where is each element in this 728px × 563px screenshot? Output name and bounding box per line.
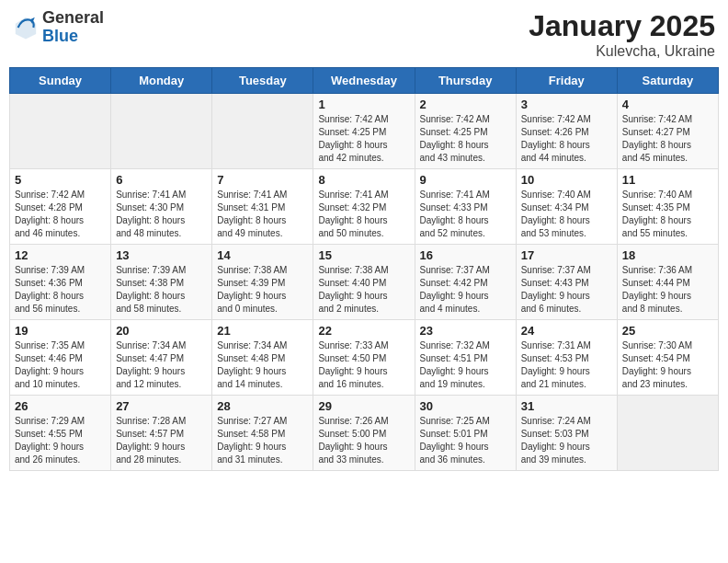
day-number: 18 bbox=[622, 248, 713, 262]
day-info: Sunrise: 7:41 AM Sunset: 4:30 PM Dayligh… bbox=[116, 189, 207, 240]
day-number: 26 bbox=[15, 399, 106, 413]
day-info: Sunrise: 7:37 AM Sunset: 4:42 PM Dayligh… bbox=[420, 264, 511, 316]
logo-blue: Blue bbox=[42, 27, 78, 45]
day-info: Sunrise: 7:25 AM Sunset: 5:01 PM Dayligh… bbox=[420, 415, 511, 466]
calendar-week-row: 1Sunrise: 7:42 AM Sunset: 4:25 PM Daylig… bbox=[10, 94, 719, 169]
day-info: Sunrise: 7:26 AM Sunset: 5:00 PM Dayligh… bbox=[318, 415, 409, 466]
day-number: 1 bbox=[318, 98, 409, 111]
calendar-cell: 2Sunrise: 7:42 AM Sunset: 4:25 PM Daylig… bbox=[415, 94, 516, 169]
calendar-cell: 6Sunrise: 7:41 AM Sunset: 4:30 PM Daylig… bbox=[111, 169, 212, 245]
calendar-cell: 7Sunrise: 7:41 AM Sunset: 4:31 PM Daylig… bbox=[212, 169, 313, 245]
calendar-cell: 1Sunrise: 7:42 AM Sunset: 4:25 PM Daylig… bbox=[313, 94, 415, 169]
day-info: Sunrise: 7:40 AM Sunset: 4:34 PM Dayligh… bbox=[521, 189, 612, 240]
calendar-cell: 19Sunrise: 7:35 AM Sunset: 4:46 PM Dayli… bbox=[10, 320, 111, 396]
weekday-header-row: SundayMondayTuesdayWednesdayThursdayFrid… bbox=[10, 68, 719, 94]
calendar-cell: 10Sunrise: 7:40 AM Sunset: 4:34 PM Dayli… bbox=[516, 169, 617, 245]
day-info: Sunrise: 7:41 AM Sunset: 4:33 PM Dayligh… bbox=[420, 189, 511, 240]
calendar-cell bbox=[10, 94, 111, 169]
day-info: Sunrise: 7:28 AM Sunset: 4:57 PM Dayligh… bbox=[116, 415, 207, 466]
day-info: Sunrise: 7:35 AM Sunset: 4:46 PM Dayligh… bbox=[15, 339, 106, 391]
day-number: 24 bbox=[521, 324, 612, 338]
day-number: 23 bbox=[420, 324, 511, 338]
calendar-cell: 15Sunrise: 7:38 AM Sunset: 4:40 PM Dayli… bbox=[313, 245, 415, 320]
calendar-cell bbox=[212, 94, 313, 169]
calendar-week-row: 12Sunrise: 7:39 AM Sunset: 4:36 PM Dayli… bbox=[10, 245, 719, 320]
day-number: 16 bbox=[420, 248, 511, 262]
day-number: 2 bbox=[420, 98, 511, 111]
day-number: 20 bbox=[116, 324, 207, 338]
calendar-title: January 2025 bbox=[529, 9, 715, 43]
day-number: 31 bbox=[521, 399, 612, 413]
day-number: 14 bbox=[217, 248, 308, 262]
calendar-week-row: 19Sunrise: 7:35 AM Sunset: 4:46 PM Dayli… bbox=[10, 320, 719, 396]
day-info: Sunrise: 7:24 AM Sunset: 5:03 PM Dayligh… bbox=[521, 415, 612, 466]
logo-text: General Blue bbox=[42, 9, 104, 46]
calendar-cell: 24Sunrise: 7:31 AM Sunset: 4:53 PM Dayli… bbox=[516, 320, 617, 396]
day-info: Sunrise: 7:34 AM Sunset: 4:47 PM Dayligh… bbox=[116, 339, 207, 391]
day-number: 10 bbox=[521, 173, 612, 187]
day-info: Sunrise: 7:30 AM Sunset: 4:54 PM Dayligh… bbox=[622, 339, 713, 391]
day-number: 3 bbox=[521, 98, 612, 111]
calendar-week-row: 5Sunrise: 7:42 AM Sunset: 4:28 PM Daylig… bbox=[10, 169, 719, 245]
day-number: 19 bbox=[15, 324, 106, 338]
calendar-cell: 17Sunrise: 7:37 AM Sunset: 4:43 PM Dayli… bbox=[516, 245, 617, 320]
title-block: January 2025 Kulevcha, Ukraine bbox=[529, 9, 715, 60]
day-number: 5 bbox=[15, 173, 106, 187]
calendar-cell: 8Sunrise: 7:41 AM Sunset: 4:32 PM Daylig… bbox=[313, 169, 415, 245]
day-info: Sunrise: 7:36 AM Sunset: 4:44 PM Dayligh… bbox=[622, 264, 713, 316]
day-number: 30 bbox=[420, 399, 511, 413]
calendar-subtitle: Kulevcha, Ukraine bbox=[529, 43, 715, 60]
day-number: 11 bbox=[622, 173, 713, 187]
calendar-cell: 23Sunrise: 7:32 AM Sunset: 4:51 PM Dayli… bbox=[415, 320, 516, 396]
day-info: Sunrise: 7:39 AM Sunset: 4:38 PM Dayligh… bbox=[116, 264, 207, 316]
day-info: Sunrise: 7:31 AM Sunset: 4:53 PM Dayligh… bbox=[521, 339, 612, 391]
weekday-header: Wednesday bbox=[313, 68, 415, 94]
day-number: 12 bbox=[15, 248, 106, 262]
day-number: 9 bbox=[420, 173, 511, 187]
calendar-cell bbox=[617, 396, 718, 471]
day-info: Sunrise: 7:41 AM Sunset: 4:31 PM Dayligh… bbox=[217, 189, 308, 240]
day-info: Sunrise: 7:38 AM Sunset: 4:40 PM Dayligh… bbox=[318, 264, 409, 316]
calendar-cell: 27Sunrise: 7:28 AM Sunset: 4:57 PM Dayli… bbox=[111, 396, 212, 471]
calendar-cell: 12Sunrise: 7:39 AM Sunset: 4:36 PM Dayli… bbox=[10, 245, 111, 320]
weekday-header: Saturday bbox=[617, 68, 718, 94]
calendar-cell: 20Sunrise: 7:34 AM Sunset: 4:47 PM Dayli… bbox=[111, 320, 212, 396]
calendar-cell: 30Sunrise: 7:25 AM Sunset: 5:01 PM Dayli… bbox=[415, 396, 516, 471]
day-number: 8 bbox=[318, 173, 409, 187]
day-info: Sunrise: 7:34 AM Sunset: 4:48 PM Dayligh… bbox=[217, 339, 308, 391]
weekday-header: Tuesday bbox=[212, 68, 313, 94]
weekday-header: Thursday bbox=[415, 68, 516, 94]
calendar-table: SundayMondayTuesdayWednesdayThursdayFrid… bbox=[9, 67, 719, 471]
calendar-cell: 25Sunrise: 7:30 AM Sunset: 4:54 PM Dayli… bbox=[617, 320, 718, 396]
calendar-cell: 16Sunrise: 7:37 AM Sunset: 4:42 PM Dayli… bbox=[415, 245, 516, 320]
weekday-header: Sunday bbox=[10, 68, 111, 94]
page-header: General Blue January 2025 Kulevcha, Ukra… bbox=[9, 9, 719, 60]
day-number: 25 bbox=[622, 324, 713, 338]
day-number: 21 bbox=[217, 324, 308, 338]
calendar-cell: 11Sunrise: 7:40 AM Sunset: 4:35 PM Dayli… bbox=[617, 169, 718, 245]
day-info: Sunrise: 7:39 AM Sunset: 4:36 PM Dayligh… bbox=[15, 264, 106, 316]
day-number: 15 bbox=[318, 248, 409, 262]
day-info: Sunrise: 7:37 AM Sunset: 4:43 PM Dayligh… bbox=[521, 264, 612, 316]
day-number: 29 bbox=[318, 399, 409, 413]
day-info: Sunrise: 7:42 AM Sunset: 4:25 PM Dayligh… bbox=[420, 113, 511, 165]
logo-general: General bbox=[42, 8, 104, 27]
calendar-cell: 21Sunrise: 7:34 AM Sunset: 4:48 PM Dayli… bbox=[212, 320, 313, 396]
calendar-cell: 9Sunrise: 7:41 AM Sunset: 4:33 PM Daylig… bbox=[415, 169, 516, 245]
day-number: 28 bbox=[217, 399, 308, 413]
calendar-week-row: 26Sunrise: 7:29 AM Sunset: 4:55 PM Dayli… bbox=[10, 396, 719, 471]
day-info: Sunrise: 7:42 AM Sunset: 4:27 PM Dayligh… bbox=[622, 113, 713, 165]
day-number: 7 bbox=[217, 173, 308, 187]
day-info: Sunrise: 7:40 AM Sunset: 4:35 PM Dayligh… bbox=[622, 189, 713, 240]
logo: General Blue bbox=[13, 9, 104, 46]
day-number: 17 bbox=[521, 248, 612, 262]
calendar-cell: 3Sunrise: 7:42 AM Sunset: 4:26 PM Daylig… bbox=[516, 94, 617, 169]
weekday-header: Monday bbox=[111, 68, 212, 94]
calendar-cell: 22Sunrise: 7:33 AM Sunset: 4:50 PM Dayli… bbox=[313, 320, 415, 396]
calendar-cell: 18Sunrise: 7:36 AM Sunset: 4:44 PM Dayli… bbox=[617, 245, 718, 320]
calendar-cell: 13Sunrise: 7:39 AM Sunset: 4:38 PM Dayli… bbox=[111, 245, 212, 320]
day-number: 27 bbox=[116, 399, 207, 413]
day-info: Sunrise: 7:33 AM Sunset: 4:50 PM Dayligh… bbox=[318, 339, 409, 391]
day-info: Sunrise: 7:27 AM Sunset: 4:58 PM Dayligh… bbox=[217, 415, 308, 466]
day-info: Sunrise: 7:38 AM Sunset: 4:39 PM Dayligh… bbox=[217, 264, 308, 316]
